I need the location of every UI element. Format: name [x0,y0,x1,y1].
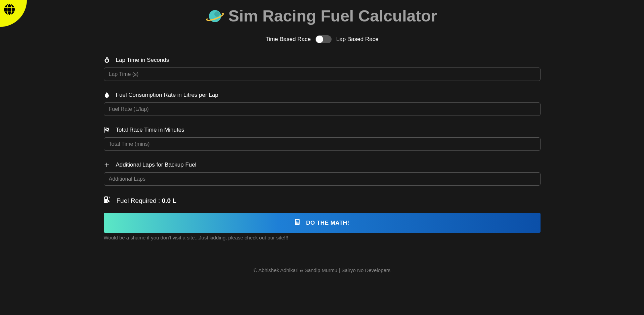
fuel-rate-group: Fuel Consumption Rate in Litres per Lap [104,92,541,116]
lap-time-label: Lap Time in Seconds [104,57,541,63]
gas-pump-icon [104,196,111,205]
page-title-text: Sim Racing Fuel Calculator [228,7,437,25]
lap-time-group: Lap Time in Seconds [104,57,541,81]
flag-checkered-icon [104,127,110,133]
plus-icon [104,162,110,168]
toggle-label-lap: Lap Based Race [336,36,379,43]
main-container: Sim Racing Fuel Calculator Time Based Ra… [100,0,544,276]
race-time-group: Total Race Time in Minutes [104,127,541,151]
language-corner-button[interactable] [0,0,27,27]
race-time-input[interactable] [104,137,541,151]
race-mode-toggle-row: Time Based Race Lap Based Race [104,35,541,43]
toggle-knob [316,36,323,43]
calculate-button[interactable]: DO THE MATH! [104,213,541,233]
footer-text: © Abhishek Adhikari & Sandip Murmu | Sai… [104,267,541,276]
result-row: Fuel Required : 0.0 L [104,196,541,205]
race-time-label: Total Race Time in Minutes [104,127,541,133]
additional-laps-label-text: Additional Laps for Backup Fuel [116,162,197,168]
planet-icon [207,8,223,24]
lap-time-label-text: Lap Time in Seconds [116,57,169,63]
fuel-rate-input[interactable] [104,102,541,116]
calculate-button-label: DO THE MATH! [306,220,349,226]
additional-laps-label: Additional Laps for Backup Fuel [104,162,541,168]
page-title: Sim Racing Fuel Calculator [104,7,541,25]
calculator-icon [295,219,300,227]
fuel-rate-label-text: Fuel Consumption Rate in Litres per Lap [116,92,218,98]
result-label: Fuel Required : [117,197,162,204]
result-value: 0.0 L [162,197,176,204]
toggle-label-time: Time Based Race [265,36,310,43]
additional-laps-input[interactable] [104,172,541,186]
additional-laps-group: Additional Laps for Backup Fuel [104,162,541,186]
globe-icon [4,4,15,16]
promo-link[interactable]: Would be a shame if you don't visit a si… [104,235,541,240]
stopwatch-icon [104,57,110,63]
lap-time-input[interactable] [104,68,541,81]
fuel-rate-label: Fuel Consumption Rate in Litres per Lap [104,92,541,98]
race-time-label-text: Total Race Time in Minutes [116,127,184,133]
droplet-icon [104,92,110,98]
race-mode-toggle[interactable] [315,35,332,43]
